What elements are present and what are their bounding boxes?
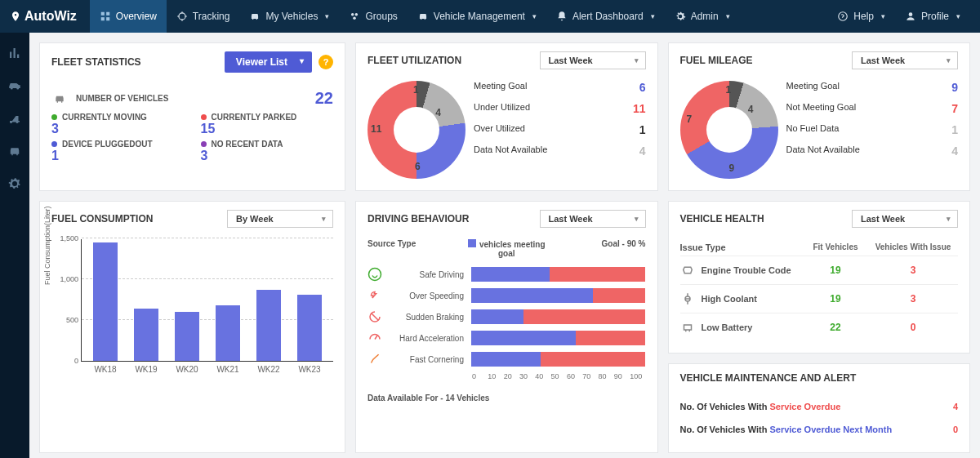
stats-icon[interactable] (7, 46, 22, 60)
bar-WK19 (134, 309, 158, 361)
user-icon (905, 11, 916, 22)
nav-help[interactable]: Help (827, 0, 895, 33)
issue-icon (680, 320, 695, 335)
gear-icon[interactable] (7, 176, 22, 191)
viewer-list-button[interactable]: Viewer List (225, 51, 312, 73)
svg-rect-12 (17, 55, 19, 59)
maint-row-next-month: No. Of Vehicles With Service Overdue Nex… (680, 418, 959, 441)
svg-rect-10 (10, 52, 11, 59)
svg-rect-3 (106, 17, 109, 20)
left-sidebar (0, 33, 29, 458)
card-title: FUEL MILEAGE (680, 55, 753, 66)
card-vehicle-maintenance: VEHICLE MAINTENANCE AND ALERT No. Of Veh… (668, 363, 971, 453)
nav-right: Help Profile (827, 0, 970, 33)
parked-value: 15 (201, 122, 334, 136)
fuel-mileage-select[interactable]: Last Week (852, 51, 958, 69)
goal-label: Goal - 90 % (553, 239, 646, 258)
dashboard-grid: FLEET STATISTICS Viewer List ? NUMBER OF… (29, 33, 980, 458)
vehicle-health-select[interactable]: Last Week (852, 210, 958, 228)
nav-alert-dashboard[interactable]: Alert Dashboard (546, 0, 665, 33)
db-row: Hard Acceleration (368, 330, 646, 346)
norecent-value: 3 (201, 149, 334, 163)
grid-icon (100, 11, 111, 22)
bar-WK20 (175, 312, 199, 361)
main-nav: Overview Tracking My Vehicles Groups Veh… (90, 0, 827, 33)
svg-rect-0 (101, 12, 105, 16)
svg-rect-1 (106, 12, 109, 16)
driving-behaviour-chart: Safe DrivingOver SpeedingSudden BrakingH… (368, 266, 646, 367)
nav-vehicle-management[interactable]: Vehicle Management (408, 0, 546, 33)
nav-tracking[interactable]: Tracking (167, 0, 240, 33)
svg-rect-2 (101, 17, 105, 20)
help-badge[interactable]: ? (318, 55, 333, 69)
fleet-util-select[interactable]: Last Week (540, 51, 646, 69)
behaviour-icon (368, 267, 382, 282)
nav-my-vehicles[interactable]: My Vehicles (239, 0, 339, 33)
card-title: FLEET STATISTICS (51, 56, 141, 68)
card-driving-behaviour: DRIVING BEHAVIOUR Last Week Source Type … (355, 201, 658, 453)
maint-row-overdue: No. Of Vehicles With Service Overdue 4 (680, 395, 959, 418)
card-title: VEHICLE HEALTH (680, 213, 764, 225)
brand-logo[interactable]: AutoWiz (10, 9, 77, 24)
svg-point-7 (354, 17, 357, 20)
gear-icon (675, 11, 686, 22)
behaviour-icon (368, 331, 382, 345)
db-row: Safe Driving (368, 266, 646, 282)
db-row: Fast Cornering (368, 351, 646, 367)
vh-row: Engine Trouble Code193 (680, 256, 959, 284)
svg-point-9 (909, 12, 913, 16)
car-icon (249, 11, 261, 22)
plugged-label: DEVICE PLUGGEDOUT (62, 140, 153, 149)
vehicles-value: 22 (315, 89, 333, 108)
car-icon (417, 11, 429, 22)
issue-icon (680, 291, 695, 306)
card-title: FUEL CONSUMPTION (51, 213, 153, 225)
driving-behaviour-select[interactable]: Last Week (540, 210, 646, 228)
nav-profile[interactable]: Profile (895, 0, 970, 33)
source-type-label: Source Type (368, 239, 461, 258)
help-circle-icon (837, 11, 849, 22)
card-vehicle-health: VEHICLE HEALTH Last Week Issue Type Fit … (668, 201, 971, 354)
moving-label: CURRENTLY MOVING (62, 113, 147, 122)
fuel-consumption-select[interactable]: By Week (227, 210, 333, 228)
nav-groups[interactable]: Groups (339, 0, 407, 33)
bar-WK23 (297, 295, 322, 361)
tow-icon[interactable] (7, 111, 22, 126)
bar-WK21 (216, 305, 240, 361)
card-fuel-consumption: FUEL CONSUMPTION By Week Fuel Consumptio… (39, 201, 345, 453)
groups-icon (349, 11, 360, 22)
svg-rect-11 (14, 48, 16, 58)
behaviour-icon (368, 352, 382, 367)
behaviour-icon (368, 288, 382, 303)
db-row: Sudden Braking (368, 309, 646, 325)
bar-WK18 (93, 242, 118, 361)
behaviour-icon (368, 309, 382, 324)
card-title: DRIVING BEHAVIOUR (368, 213, 469, 225)
svg-point-4 (179, 13, 185, 20)
fuel-consumption-chart: Fuel Consumption(Liter) 0 500 1,000 1,50… (51, 239, 333, 378)
car-alt-icon[interactable] (7, 144, 22, 158)
plugged-value: 1 (51, 149, 185, 163)
pin-icon (10, 11, 21, 22)
nav-admin[interactable]: Admin (665, 0, 740, 33)
issue-icon (680, 263, 695, 278)
car-side-icon[interactable] (7, 78, 22, 93)
card-fuel-mileage: FUEL MILEAGE Last Week 1 4 7 9 Meeting G… (668, 42, 971, 191)
moving-value: 3 (51, 122, 185, 136)
parked-label: CURRENTLY PARKED (212, 113, 297, 122)
card-title: VEHICLE MAINTENANCE AND ALERT (680, 372, 857, 384)
card-fleet-statistics: FLEET STATISTICS Viewer List ? NUMBER OF… (39, 42, 345, 191)
vh-row: High Coolant193 (680, 284, 959, 313)
svg-point-8 (839, 12, 848, 21)
vh-row: Low Battery220 (680, 313, 959, 341)
card-fleet-utilization: FLEET UTILIZATION Last Week 1 4 11 6 Mee… (355, 42, 658, 191)
nav-overview[interactable]: Overview (90, 0, 167, 33)
car-icon (51, 92, 68, 105)
fuel-mileage-donut: 1 4 7 9 (680, 81, 778, 179)
bar-WK22 (256, 290, 281, 361)
norecent-label: NO RECENT DATA (212, 140, 283, 149)
crosshair-icon (176, 11, 188, 22)
bell-icon (556, 11, 568, 22)
fuel-mileage-legend: Meeting Goal9 Not Meeting Goal7 No Fuel … (786, 81, 959, 179)
vehicles-label: NUMBER OF VEHICLES (76, 94, 307, 103)
